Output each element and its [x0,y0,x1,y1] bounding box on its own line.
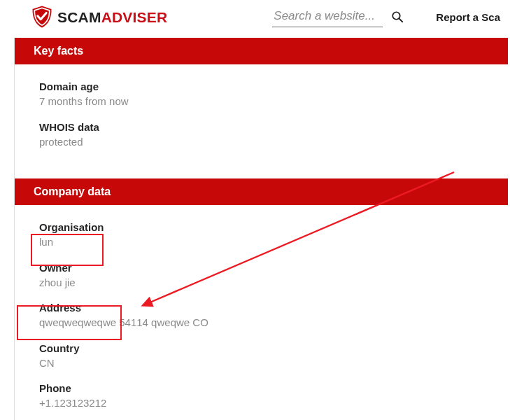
search-input[interactable] [272,7,383,27]
field-label: Domain age [39,80,496,94]
field-value: CN [39,356,496,370]
section-body-key-facts: Domain age 7 months from now WHOIS data … [14,64,510,178]
field-organisation: Organisation lun [39,220,496,250]
section-body-company-data: Organisation lun Owner zhou jie Address … [14,205,510,420]
field-label: Phone [39,382,496,396]
brand-text: SCAMADVISER [57,10,167,24]
field-value: zhou jie [39,276,496,290]
brand-logo[interactable]: SCAMADVISER [31,6,167,28]
field-label: Address [39,301,496,315]
field-label: Organisation [39,220,496,234]
field-phone: Phone +1.123123212 [39,382,496,411]
field-address: Address qweqweqweqwe 54114 qweqwe CO [39,301,496,330]
field-value: qweqweqweqwe 54114 qweqwe CO [39,316,496,330]
field-value: lun [39,235,496,249]
report-scam-link[interactable]: Report a Sca [436,11,500,23]
field-value: 7 months from now [39,94,496,108]
field-whois: WHOIS data protected [39,120,496,150]
page-header: SCAMADVISER Report a Sca [0,0,510,38]
shield-check-icon [31,6,53,28]
field-label: Country [39,342,496,356]
field-value: +1.123123212 [39,396,496,410]
section-header-key-facts: Key facts [14,38,508,64]
search-wrap: Report a Sca [272,7,500,27]
field-country: Country CN [39,342,496,371]
field-domain-age: Domain age 7 months from now [39,80,496,109]
section-header-company-data: Company data [14,178,508,205]
field-label: WHOIS data [39,120,496,134]
svg-line-1 [399,18,403,22]
field-owner: Owner zhou jie [39,261,496,290]
left-divider [14,38,15,420]
field-label: Owner [39,261,496,275]
search-icon[interactable] [391,10,404,23]
content-area: Key facts Domain age 7 months from now W… [14,38,510,420]
field-value: protected [39,135,496,149]
